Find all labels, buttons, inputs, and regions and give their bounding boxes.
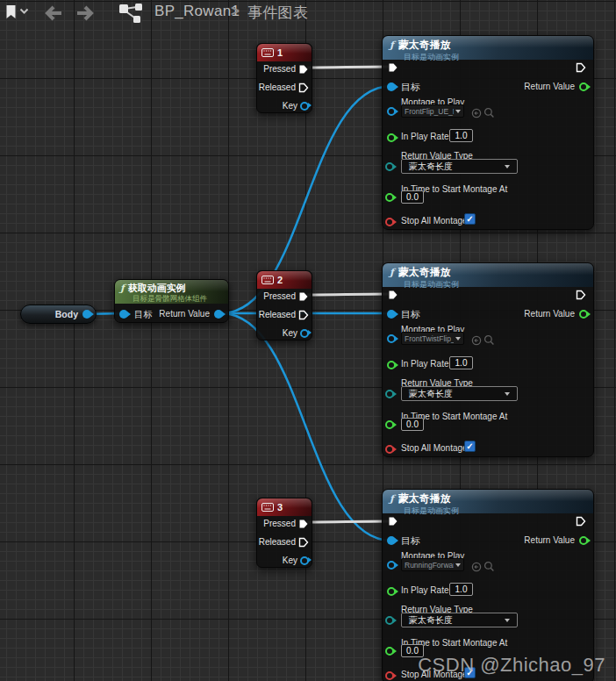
node-header: 1 bbox=[257, 44, 312, 61]
exec-input-pin[interactable] bbox=[388, 62, 398, 73]
return-value-type-input-pin[interactable] bbox=[385, 390, 394, 398]
chevron-down-icon bbox=[455, 337, 461, 340]
target-pin-label: 目标 bbox=[134, 309, 153, 321]
released-pin-row[interactable]: Released bbox=[259, 78, 309, 97]
body-output-pin[interactable] bbox=[82, 310, 91, 319]
pressed-pin-row[interactable]: Pressed bbox=[263, 60, 309, 78]
start-time-input-pin[interactable] bbox=[385, 420, 394, 429]
return-value-type-dropdown[interactable]: 蒙太奇长度 bbox=[401, 386, 518, 401]
variable-label: Body bbox=[55, 309, 78, 319]
return-value-output-pin[interactable] bbox=[579, 536, 588, 545]
play-rate-input-pin[interactable] bbox=[387, 587, 396, 596]
play-montage-node-2[interactable]: ƒ蒙太奇播放 目标是动画实例 目标 Return Value Montage t… bbox=[382, 262, 594, 457]
released-pin-row[interactable]: Released bbox=[259, 533, 309, 551]
stop-all-montages-checkbox[interactable]: ✓ bbox=[464, 213, 476, 225]
pressed-exec-pin[interactable] bbox=[298, 519, 309, 529]
bookmark-icon[interactable] bbox=[5, 4, 17, 20]
keyboard-event-node-1[interactable]: 1 Pressed Released Key bbox=[256, 43, 312, 113]
key-output-pin[interactable] bbox=[300, 556, 309, 565]
search-icon[interactable] bbox=[483, 560, 495, 576]
node-title: 蒙太奇播放 bbox=[398, 38, 451, 53]
pressed-exec-pin[interactable] bbox=[298, 64, 309, 75]
breadcrumb-blueprint-name[interactable]: BP_Rowan1 bbox=[154, 3, 240, 20]
target-input-pin[interactable] bbox=[387, 310, 396, 319]
exec-input-pin[interactable] bbox=[388, 290, 398, 300]
return-value-type-dropdown[interactable]: 蒙太奇长度 bbox=[401, 613, 518, 627]
node-header: ƒ获取动画实例 目标是骨骼网格体组件 bbox=[115, 280, 228, 304]
pressed-exec-pin[interactable] bbox=[298, 291, 309, 302]
blueprint-graph-canvas[interactable]: { "toolbar": { "breadcrumb_root": "BP_Ro… bbox=[0, 0, 616, 681]
exec-output-pin[interactable] bbox=[576, 290, 586, 300]
stop-all-montages-input-pin[interactable] bbox=[385, 671, 394, 680]
play-rate-input-pin[interactable] bbox=[387, 133, 396, 142]
key-pin-row[interactable]: Key bbox=[283, 551, 309, 570]
released-pin-row[interactable]: Released bbox=[259, 305, 309, 324]
montage-to-play-input-pin[interactable] bbox=[387, 334, 396, 343]
return-value-output-pin[interactable] bbox=[579, 310, 588, 319]
exec-output-pin[interactable] bbox=[576, 516, 586, 527]
montage-to-play-input-pin[interactable] bbox=[387, 107, 396, 116]
wire-exec-kb1-to-montage1[interactable] bbox=[307, 67, 389, 68]
target-input-pin[interactable] bbox=[119, 310, 128, 319]
stop-all-montages-checkbox[interactable]: ✓ bbox=[464, 441, 476, 452]
key-output-pin[interactable] bbox=[300, 102, 309, 111]
return-value-output-pin[interactable] bbox=[579, 82, 588, 91]
keyboard-event-node-3[interactable]: 3 Pressed Released Key bbox=[256, 498, 312, 568]
return-value-output-pin[interactable] bbox=[214, 310, 223, 319]
released-exec-pin[interactable] bbox=[298, 310, 309, 320]
play-montage-node-1[interactable]: ƒ蒙太奇播放 目标是动画实例 目标 Return Value Montage t… bbox=[382, 35, 594, 230]
use-selected-asset-icon[interactable] bbox=[471, 333, 482, 349]
search-icon[interactable] bbox=[483, 106, 495, 122]
chevron-down-icon bbox=[505, 165, 510, 168]
released-exec-pin[interactable] bbox=[298, 537, 309, 548]
chevron-down-icon bbox=[455, 110, 461, 113]
pressed-pin-row[interactable]: Pressed bbox=[263, 514, 309, 533]
return-value-type-input-pin[interactable] bbox=[385, 162, 394, 171]
start-time-field[interactable] bbox=[401, 418, 424, 431]
start-time-field[interactable] bbox=[401, 190, 424, 204]
use-selected-asset-icon[interactable] bbox=[471, 106, 482, 122]
node-header: ƒ蒙太奇播放 目标是动画实例 bbox=[383, 263, 593, 287]
keyboard-event-node-2[interactable]: 2 Pressed Released Key bbox=[256, 270, 312, 340]
wire-exec-kb3-to-montage3[interactable] bbox=[307, 521, 389, 522]
target-input-pin[interactable] bbox=[387, 536, 396, 545]
key-pin-row[interactable]: Key bbox=[283, 324, 309, 342]
play-rate-field[interactable] bbox=[449, 129, 473, 142]
montage-asset-dropdown[interactable]: FrontFlip_UE_Mk bbox=[401, 104, 464, 118]
keyboard-icon bbox=[261, 499, 274, 515]
search-icon[interactable] bbox=[483, 333, 495, 349]
chevron-down-icon[interactable] bbox=[19, 8, 29, 15]
back-arrow-icon[interactable] bbox=[42, 5, 63, 21]
play-montage-node-3[interactable]: ƒ蒙太奇播放 目标是动画实例 目标 Return Value Montage t… bbox=[382, 489, 594, 681]
get-anim-instance-node[interactable]: ƒ获取动画实例 目标是骨骼网格体组件 目标 Return Value bbox=[114, 279, 229, 323]
return-value-type-input-pin[interactable] bbox=[385, 616, 394, 625]
function-icon: ƒ bbox=[390, 39, 394, 51]
graph-toolbar: BP_Rowan1 > 事件图表 bbox=[0, 0, 616, 26]
start-time-input-pin[interactable] bbox=[385, 647, 394, 656]
stop-all-montages-input-pin[interactable] bbox=[385, 445, 394, 454]
start-time-input-pin[interactable] bbox=[385, 193, 394, 202]
key-output-pin[interactable] bbox=[300, 329, 309, 338]
released-exec-pin[interactable] bbox=[298, 82, 309, 93]
montage-asset-dropdown[interactable]: FrontTwistFlip_L bbox=[401, 332, 464, 345]
breadcrumb-event-graph[interactable]: 事件图表 bbox=[247, 3, 308, 23]
pressed-pin-row[interactable]: Pressed bbox=[263, 287, 309, 305]
breadcrumb-separator: > bbox=[231, 3, 240, 20]
target-input-pin[interactable] bbox=[387, 82, 396, 91]
play-rate-field[interactable] bbox=[449, 583, 473, 596]
stop-all-montages-input-pin[interactable] bbox=[385, 218, 394, 226]
exec-output-pin[interactable] bbox=[576, 62, 586, 73]
exec-input-pin[interactable] bbox=[388, 516, 398, 527]
play-rate-input-pin[interactable] bbox=[387, 361, 396, 369]
key-pin-row[interactable]: Key bbox=[283, 97, 309, 115]
montage-to-play-input-pin[interactable] bbox=[387, 561, 396, 570]
wire-exec-kb2-to-montage2[interactable] bbox=[307, 294, 389, 295]
variable-node-body[interactable]: Body bbox=[20, 305, 97, 324]
return-value-type-dropdown[interactable]: 蒙太奇长度 bbox=[401, 159, 518, 174]
csdn-watermark: CSDN @Zhichao_97 bbox=[418, 654, 605, 677]
play-rate-label: In Play Rate bbox=[401, 585, 448, 595]
play-rate-field[interactable] bbox=[449, 356, 473, 369]
use-selected-asset-icon[interactable] bbox=[471, 560, 482, 576]
montage-asset-dropdown[interactable]: RunningForward bbox=[401, 558, 464, 571]
forward-arrow-icon[interactable] bbox=[75, 5, 97, 21]
